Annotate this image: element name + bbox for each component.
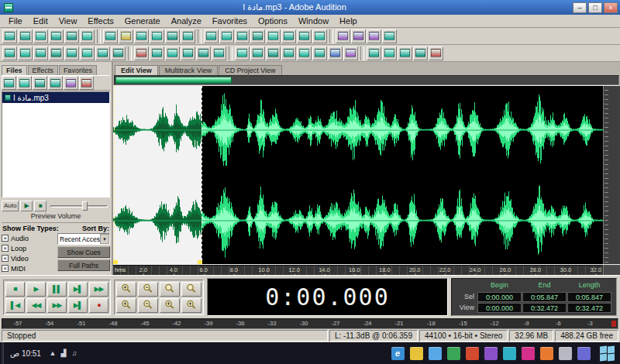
checkbox-icon[interactable]: ×: [2, 265, 9, 272]
toolbar2-icon-22[interactable]: [343, 46, 358, 60]
amplitude-ruler[interactable]: [603, 86, 620, 264]
tab-cd-project-view[interactable]: CD Project View: [219, 65, 281, 75]
file-list-item[interactable]: مادة ا.mp3: [2, 92, 109, 103]
play-button[interactable]: ▶: [26, 282, 46, 297]
taskbar-app-file-explorer[interactable]: [407, 344, 425, 362]
toolbar1-icon-04[interactable]: [49, 29, 64, 43]
zoom-out-horizontal-button[interactable]: [138, 282, 158, 297]
taskbar-app-8[interactable]: [518, 344, 537, 362]
show-cues-button[interactable]: Show Cues: [57, 246, 110, 258]
stop-button[interactable]: ■: [5, 282, 25, 297]
files-insert-cd-icon[interactable]: [64, 76, 78, 90]
record-button[interactable]: ●: [89, 298, 108, 313]
tray-volume-icon[interactable]: ♫: [69, 349, 80, 357]
pause-button[interactable]: ▌▌: [47, 282, 67, 297]
overview-scrollbar[interactable]: [114, 75, 619, 85]
play-to-end-button[interactable]: ▶▌: [68, 282, 88, 297]
tab-favorites[interactable]: Favorites: [59, 65, 97, 75]
file-list[interactable]: مادة ا.mp3: [2, 91, 110, 197]
toolbar2-icon-02[interactable]: [18, 46, 33, 60]
toolbar2-icon-09[interactable]: [134, 46, 149, 60]
menu-help[interactable]: Help: [334, 15, 363, 26]
sort-by-dropdown[interactable]: Recent Access ▼: [57, 233, 110, 245]
play-looped-button[interactable]: ▶▶: [89, 282, 108, 297]
overview-thumb[interactable]: [115, 77, 232, 84]
file-type-video[interactable]: ×Video: [2, 253, 54, 263]
zoom-to-right-edge-button[interactable]: [181, 298, 202, 313]
minimize-button[interactable]: –: [573, 2, 587, 13]
menu-effects[interactable]: Effects: [82, 15, 119, 26]
toolbar2-icon-14[interactable]: [212, 46, 226, 60]
toolbar2-icon-23[interactable]: [367, 46, 381, 60]
file-type-midi[interactable]: ×MIDI: [2, 263, 54, 273]
menu-file[interactable]: File: [3, 15, 28, 26]
files-import-icon[interactable]: [2, 76, 16, 90]
toolbar2-icon-18[interactable]: [281, 46, 296, 60]
taskbar-app-7[interactable]: [500, 344, 518, 362]
go-to-end-button[interactable]: ▶▌: [68, 298, 88, 313]
toolbar2-icon-19[interactable]: [297, 46, 312, 60]
toolbar2-icon-17[interactable]: [266, 46, 281, 60]
toolbar2-icon-12[interactable]: [181, 46, 195, 60]
toolbar1-icon-20[interactable]: [312, 29, 327, 43]
show-desktop-strip[interactable]: [2, 342, 4, 364]
taskbar-app-10[interactable]: [556, 344, 574, 362]
toolbar2-icon-11[interactable]: [165, 46, 180, 60]
toolbar2-icon-15[interactable]: [235, 46, 250, 60]
toolbar1-icon-02[interactable]: [18, 29, 33, 43]
toolbar2-icon-06[interactable]: [80, 46, 95, 60]
toolbar2-icon-07[interactable]: [95, 46, 110, 60]
menu-window[interactable]: Window: [293, 15, 334, 26]
checkbox-icon[interactable]: ×: [2, 245, 9, 252]
toolbar2-icon-16[interactable]: [250, 46, 265, 60]
taskbar-app-5[interactable]: [463, 344, 481, 362]
toolbar2-icon-13[interactable]: [196, 46, 211, 60]
waveform-canvas-holder[interactable]: [113, 86, 603, 264]
zoom-in-vertical-button[interactable]: [116, 298, 136, 313]
toolbar1-icon-11[interactable]: [165, 29, 180, 43]
preview-volume-slider[interactable]: [50, 201, 108, 211]
go-to-beginning-button[interactable]: ▌◀: [5, 298, 25, 313]
toolbar2-icon-20[interactable]: [312, 46, 327, 60]
toolbar1-icon-09[interactable]: [134, 29, 149, 43]
toolbar2-icon-04[interactable]: [49, 46, 64, 60]
taskbar-app-9[interactable]: [537, 344, 556, 362]
files-close-file-icon[interactable]: [17, 76, 32, 90]
files-insert-multitrack-icon[interactable]: [48, 76, 63, 90]
file-type-audio[interactable]: ×Audio: [2, 233, 54, 243]
toolbar2-icon-03[interactable]: [33, 46, 48, 60]
tab-effects[interactable]: Effects: [28, 65, 58, 75]
toolbar1-icon-05[interactable]: [64, 29, 79, 43]
taskbar-app-6[interactable]: [481, 344, 500, 362]
files-edit-icon[interactable]: [33, 76, 47, 90]
toolbar1-icon-16[interactable]: [250, 29, 265, 43]
toolbar2-icon-21[interactable]: [328, 46, 343, 60]
file-type-loop[interactable]: ×Loop: [2, 243, 54, 253]
checkbox-icon[interactable]: ×: [2, 255, 9, 262]
toolbar2-icon-05[interactable]: [64, 46, 79, 60]
menu-analyze[interactable]: Analyze: [166, 15, 207, 26]
toolbar1-icon-17[interactable]: [266, 29, 281, 43]
tray-network-icon[interactable]: ▟: [58, 349, 69, 357]
toolbar1-icon-14[interactable]: [219, 29, 234, 43]
menu-favorites[interactable]: Favorites: [207, 15, 253, 26]
fast-forward-button[interactable]: ▶▶: [47, 298, 67, 313]
toolbar2-icon-01[interactable]: [2, 46, 17, 60]
toolbar1-icon-15[interactable]: [235, 29, 250, 43]
toolbar1-icon-19[interactable]: [297, 29, 312, 43]
toolbar2-icon-10[interactable]: [150, 46, 164, 60]
tab-files[interactable]: Files: [2, 65, 27, 75]
rewind-button[interactable]: ◀◀: [26, 298, 46, 313]
toolbar1-icon-23[interactable]: [367, 29, 381, 43]
timeline-ruler[interactable]: hms 2.04.06.08.010.012.014.016.018.020.0…: [113, 265, 603, 275]
start-button[interactable]: [595, 342, 618, 364]
tab-edit-view[interactable]: Edit View: [115, 65, 158, 75]
toolbar2-icon-25[interactable]: [398, 46, 412, 60]
zoom-to-selection-button[interactable]: [181, 282, 202, 297]
title-bar[interactable]: مادة ا.mp3 - Adobe Audition –□×: [0, 0, 620, 15]
checkbox-icon[interactable]: ×: [2, 235, 9, 242]
toolbar1-icon-06[interactable]: [80, 29, 95, 43]
toolbar2-icon-08[interactable]: [111, 46, 126, 60]
menu-generate[interactable]: Generate: [119, 15, 166, 26]
tray-show-hidden-icon[interactable]: ▲: [47, 349, 58, 357]
